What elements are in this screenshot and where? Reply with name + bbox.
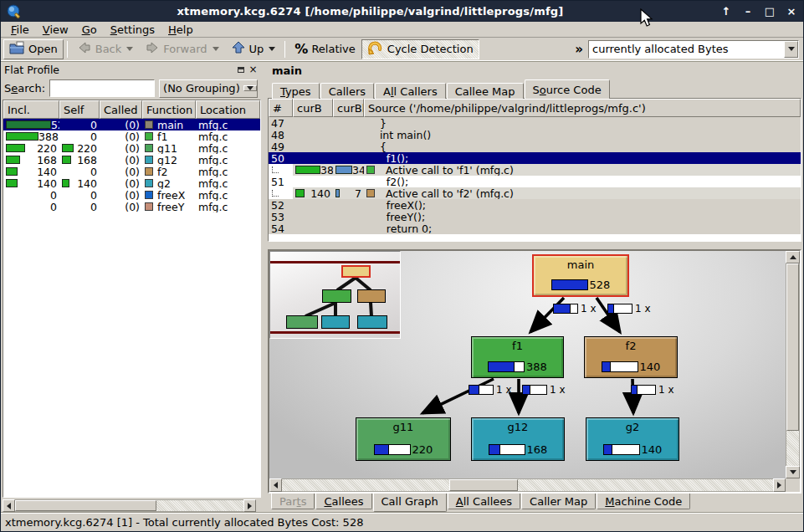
tab-call-graph[interactable]: Call Graph <box>373 494 447 512</box>
source-body: 47 }48 int main()49 {50 f1();38834 Activ… <box>269 117 801 234</box>
curb-cell: 140 <box>293 187 333 199</box>
cost-type-dropdown-icon[interactable] <box>784 41 798 58</box>
graph-vscrollbar[interactable] <box>786 251 800 478</box>
location-cell: mfg.c <box>196 177 260 189</box>
scroll-up-icon[interactable] <box>786 251 800 263</box>
column-header-incl[interactable]: Incl. <box>3 100 59 119</box>
toolbar-overflow-chevron[interactable]: » <box>575 42 583 57</box>
incl-cell: 0 <box>3 201 59 212</box>
back-label: Back <box>95 43 122 55</box>
tab-callers[interactable]: Callers <box>320 83 374 99</box>
flat-profile-row[interactable]: 1400(0)f2mfg.c <box>3 166 260 177</box>
relative-toggle-button[interactable]: % Relative <box>289 39 361 59</box>
scroll-right-icon[interactable] <box>773 478 786 492</box>
graph-node-f1[interactable]: f1388 <box>471 336 564 378</box>
forward-button[interactable]: Forward <box>139 39 224 59</box>
source-call-row[interactable]: 38834 Active call to 'f1' (mfg.c) <box>269 164 801 176</box>
flat-profile-row[interactable]: 00(0)freeYmfg.c <box>3 201 260 212</box>
edge-label-f1-g11: 1 x <box>469 384 512 396</box>
curbk-cell: 34 <box>333 164 364 176</box>
up-button[interactable]: Up <box>225 39 282 59</box>
menu-file[interactable]: File <box>4 23 36 37</box>
flat-profile-row[interactable]: 140140(0)g2mfg.c <box>3 177 260 189</box>
graph-node-g11[interactable]: g11220 <box>356 417 451 461</box>
scroll-left-icon[interactable] <box>269 478 282 492</box>
source-line-row[interactable]: 53 freeY(); <box>269 211 801 223</box>
source-line-row[interactable]: 47 } <box>269 117 801 129</box>
dock-float-button[interactable] <box>234 64 247 75</box>
scroll-right-icon[interactable] <box>243 499 256 512</box>
graph-node-main[interactable]: main528 <box>532 254 629 297</box>
flat-profile-row[interactable]: 168168(0)g12mfg.c <box>3 154 260 166</box>
source-column-header[interactable]: # <box>269 99 293 117</box>
cycle-detection-button[interactable]: Cycle Detection <box>361 39 479 59</box>
graph-overview[interactable] <box>269 251 401 339</box>
source-line-row[interactable]: 49 { <box>269 141 801 152</box>
flat-profile-row[interactable]: 3880(0)f1mfg.c <box>3 130 260 142</box>
flat-profile-row[interactable]: 00(0)freeXmfg.c <box>3 189 260 201</box>
line-number-cell: 47 <box>269 117 293 129</box>
column-header-function[interactable]: Function <box>142 100 196 119</box>
menu-go[interactable]: Go <box>75 23 104 37</box>
source-line-row[interactable]: 48 int main() <box>269 129 801 141</box>
source-line-row[interactable]: 51 f2(); <box>269 176 801 187</box>
search-input[interactable] <box>49 79 155 97</box>
curbk-cell <box>333 199 364 211</box>
node-cost-row: 388 <box>472 361 563 373</box>
source-column-header[interactable]: Source ('/home/philippe/valgrind/littlep… <box>364 99 801 117</box>
maximize-button[interactable]: □ <box>763 5 776 18</box>
shade-button[interactable]: ↑ <box>720 5 733 18</box>
flat-profile-dock-header[interactable]: Flat Profile × <box>3 62 261 77</box>
tab-callees[interactable]: Callees <box>315 494 371 509</box>
dock-close-button[interactable]: × <box>247 64 259 75</box>
column-header-self[interactable]: Self <box>59 100 100 119</box>
titlebar[interactable]: xtmemory.kcg.6274 [/home/philippe/valgri… <box>1 1 803 22</box>
tab-all-callers[interactable]: All Callers <box>375 83 446 99</box>
tab-parts[interactable]: Parts <box>271 494 315 509</box>
edge-cost-fill <box>608 304 614 313</box>
menu-help[interactable]: Help <box>161 23 200 37</box>
graph-node-g12[interactable]: g12168 <box>471 417 565 461</box>
flat-profile-row[interactable]: 220220(0)g11mfg.c <box>3 142 260 154</box>
source-call-row[interactable]: 1407 Active call to 'f2' (mfg.c) <box>269 187 801 199</box>
edge-cost-bar <box>553 304 578 314</box>
tab-caller-map[interactable]: Caller Map <box>521 494 596 509</box>
source-column-header[interactable]: curBk <box>333 99 364 117</box>
tab-machine-code[interactable]: Machine Code <box>597 494 690 509</box>
cost-type-select[interactable]: currently allocated Bytes <box>588 40 799 59</box>
scroll-left-icon[interactable] <box>3 499 15 512</box>
back-button[interactable]: Back <box>71 39 140 59</box>
tab-all-callees[interactable]: All Callees <box>448 494 520 509</box>
up-history-chevron-icon[interactable] <box>269 47 275 51</box>
tab-types[interactable]: Types <box>272 83 320 99</box>
graph-node-f2[interactable]: f2140 <box>584 336 678 378</box>
back-history-chevron-icon[interactable] <box>126 47 133 51</box>
forward-history-chevron-icon[interactable] <box>213 47 219 51</box>
tab-source-code[interactable]: Source Code <box>525 79 610 99</box>
node-label: f2 <box>585 340 677 352</box>
grouping-dropdown-icon[interactable] <box>243 85 257 91</box>
source-line-row[interactable]: 54 return 0; <box>269 223 801 234</box>
grouping-select[interactable]: (No Grouping) <box>159 79 258 98</box>
graph-hscrollbar[interactable] <box>269 478 786 492</box>
source-line-row[interactable]: 50 f1(); <box>269 152 801 164</box>
menu-view[interactable]: View <box>36 23 75 37</box>
scroll-down-icon[interactable] <box>786 466 800 478</box>
flat-profile-row[interactable]: 5280(0)mainmfg.c <box>3 119 260 130</box>
minimize-button[interactable]: – <box>741 5 755 18</box>
column-header-location[interactable]: Location <box>196 100 260 119</box>
horizontal-splitter[interactable] <box>268 242 801 249</box>
close-button[interactable]: × <box>785 5 798 18</box>
menu-settings[interactable]: Settings <box>104 23 161 37</box>
graph-node-g2[interactable]: g2140 <box>586 417 679 461</box>
call-graph-canvas[interactable]: main528f1388f2140g11220g12168g21401 x1 x… <box>269 251 786 478</box>
source-line-row[interactable]: 52 freeX(); <box>269 199 801 211</box>
function-name: g2 <box>157 177 171 189</box>
column-header-called[interactable]: Called <box>100 100 142 119</box>
open-button[interactable]: Open <box>3 39 64 59</box>
call-graph-panel: main528f1388f2140g11220g12168g21401 x1 x… <box>268 249 801 494</box>
source-column-header[interactable]: curB <box>293 99 333 117</box>
flat-profile-hscrollbar[interactable] <box>3 499 256 512</box>
panel-splitter[interactable] <box>261 61 268 513</box>
tab-callee-map[interactable]: Callee Map <box>447 83 524 99</box>
